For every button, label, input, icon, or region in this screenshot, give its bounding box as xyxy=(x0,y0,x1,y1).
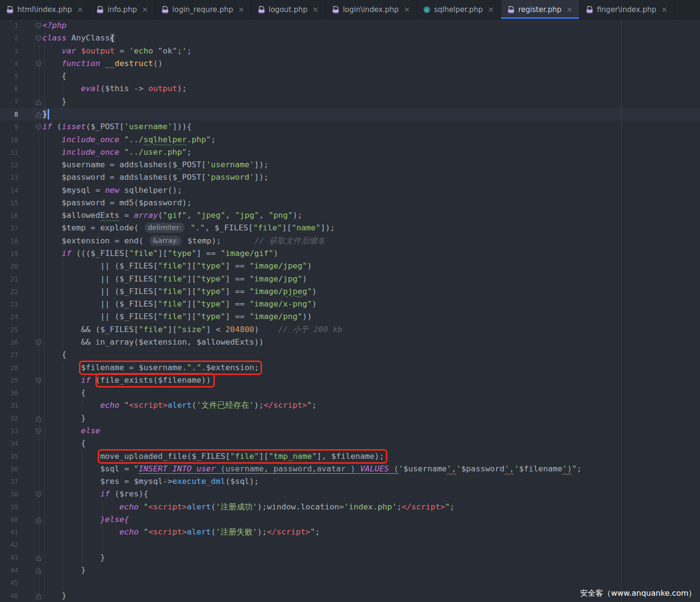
fold-collapse-icon[interactable] xyxy=(35,491,42,497)
code-text: } xyxy=(42,564,86,576)
code-line[interactable]: 33 else xyxy=(0,425,700,438)
line-number: 12 xyxy=(0,159,18,171)
fold-collapse-icon[interactable] xyxy=(35,339,42,346)
code-line[interactable]: 44 } xyxy=(0,564,700,577)
code-line[interactable]: 8} xyxy=(0,108,700,121)
code-line[interactable]: 21 || ($_FILES["file"]["type"] == "image… xyxy=(0,273,700,286)
code-line[interactable]: 10 include_once "../sqlhelper.php"; xyxy=(0,134,700,147)
fold-end-icon[interactable] xyxy=(35,592,42,599)
tab-close-icon[interactable]: × xyxy=(312,6,318,13)
tab-close-icon[interactable]: × xyxy=(77,6,83,13)
line-number: 31 xyxy=(0,399,18,412)
code-line[interactable]: 12 $username = addslashes($_POST['userna… xyxy=(0,159,700,172)
code-line[interactable]: 22 || ($_FILES["file"]["type"] == "image… xyxy=(0,285,700,298)
tab-register-php[interactable]: PHPregister.php× xyxy=(501,0,580,19)
svg-text:PHP: PHP xyxy=(508,9,514,12)
code-text: if (isset($_POST['username'])){ xyxy=(42,120,192,133)
code-line[interactable]: 19 if ((($_FILES["file"]["type"] == "ima… xyxy=(0,247,700,260)
code-line[interactable]: 39 echo "<script>alert('注册成功');window.lo… xyxy=(0,501,700,514)
line-number: 41 xyxy=(0,526,18,538)
code-line[interactable]: 5 { xyxy=(0,70,700,83)
fold-collapse-icon[interactable] xyxy=(35,22,42,29)
code-line[interactable]: 30 { xyxy=(0,387,700,400)
line-number: 7 xyxy=(0,95,18,108)
code-text: { xyxy=(42,387,86,399)
fold-end-icon[interactable] xyxy=(35,98,42,105)
tab-sqlhelper-php[interactable]: Csqlhelper.php× xyxy=(417,0,501,19)
tab-login-index-php[interactable]: PHPlogin\index.php× xyxy=(326,0,417,19)
code-line[interactable]: 17 $temp = explode( delimiter: ".", $_FI… xyxy=(0,222,700,235)
code-line[interactable]: 35 move_uploaded_file($_FILES["file"]["t… xyxy=(0,450,700,463)
tab-finger-index-php[interactable]: PHPfinger\index.php× xyxy=(580,0,674,19)
code-line[interactable]: 36 $sql = "INSERT INTO user (username, p… xyxy=(0,463,700,476)
line-number: 38 xyxy=(0,488,18,500)
code-text: $sql = "INSERT INTO user (username, pass… xyxy=(42,463,581,475)
code-line[interactable]: 24 || ($_FILES["file"]["type"] == "image… xyxy=(0,310,700,323)
code-line[interactable]: 18 $extension = end( &array: $temp); // … xyxy=(0,235,700,248)
code-line[interactable]: 14 $mysql = new sqlhelper(); xyxy=(0,184,700,197)
line-number: 16 xyxy=(0,209,18,222)
code-line[interactable]: 26 && in_array($extension, $allowedExts)… xyxy=(0,336,700,349)
line-number: 6 xyxy=(0,82,18,95)
svg-text:C: C xyxy=(425,7,429,12)
code-line[interactable]: 29 if (file_exists($filename)) xyxy=(0,374,700,387)
fold-collapse-icon[interactable] xyxy=(35,428,42,434)
code-line[interactable]: 7 } xyxy=(0,95,700,108)
code-text: && ($_FILES["file"]["size"] < 204800) //… xyxy=(42,323,343,336)
fold-collapse-icon[interactable] xyxy=(35,60,42,67)
code-line[interactable]: 32 } xyxy=(0,412,700,425)
fold-collapse-icon[interactable] xyxy=(35,123,42,130)
code-line[interactable]: 42 xyxy=(0,538,700,551)
line-number: 13 xyxy=(0,171,18,184)
svg-text:PHP: PHP xyxy=(97,9,103,12)
code-line[interactable]: 25 && ($_FILES["file"]["size"] < 204800)… xyxy=(0,323,700,336)
fold-end-icon[interactable] xyxy=(35,111,42,118)
fold-end-icon[interactable] xyxy=(35,567,42,574)
code-line[interactable]: 15 $password = md5($password); xyxy=(0,197,700,210)
line-number: 32 xyxy=(0,412,18,425)
code-line[interactable]: 13 $password = addslashes($_POST['passwo… xyxy=(0,171,700,184)
code-line[interactable]: 41 echo "<script>alert('注册失败');</script>… xyxy=(0,526,700,539)
code-line[interactable]: 40 }else{ xyxy=(0,513,700,526)
tab-close-icon[interactable]: × xyxy=(567,6,573,13)
code-text: $password = md5($password); xyxy=(42,197,192,209)
tab-info-php[interactable]: PHPinfo.php× xyxy=(90,0,155,19)
code-line[interactable]: 11 include_once "../user.php"; xyxy=(0,146,700,159)
tab-login-requre-php[interactable]: PHPlogin_requre.php× xyxy=(155,0,251,19)
code-line[interactable]: 37 $res = $mysql->execute_dml($sql); xyxy=(0,475,700,488)
code-line[interactable]: 16 $allowedExts = array("gif", "jpeg", "… xyxy=(0,209,700,222)
code-line[interactable]: 23 || ($_FILES["file"]["type"] == "image… xyxy=(0,298,700,311)
code-line[interactable]: 20 || ($_FILES["file"]["type"] == "image… xyxy=(0,260,700,273)
line-number: 34 xyxy=(0,437,18,450)
code-line[interactable]: 45 xyxy=(0,576,700,589)
code-line[interactable]: 43 } xyxy=(0,551,700,564)
svg-text:PHP: PHP xyxy=(162,9,168,12)
line-number: 44 xyxy=(0,564,18,576)
tab-logout-php[interactable]: PHPlogout.php× xyxy=(251,0,326,19)
code-line[interactable]: 3 var $output = 'echo "ok";'; xyxy=(0,45,700,58)
code-line[interactable]: 28 $filename = $username.".".$extension; xyxy=(0,361,700,375)
tab-close-icon[interactable]: × xyxy=(238,6,244,13)
code-editor[interactable]: 1<?php2class AnyClass{3 var $output = 'e… xyxy=(0,19,700,602)
code-line[interactable]: 4 function __destruct() xyxy=(0,57,700,70)
code-line[interactable]: 34 { xyxy=(0,437,700,450)
tab-close-icon[interactable]: × xyxy=(142,6,148,13)
svg-text:PHP: PHP xyxy=(333,9,338,12)
fold-collapse-icon[interactable] xyxy=(35,35,42,41)
code-line[interactable]: 27 { xyxy=(0,348,700,361)
fold-collapse-icon[interactable] xyxy=(35,377,42,384)
code-line[interactable]: 6 eval($this -> output); xyxy=(0,82,700,95)
fold-end-icon[interactable] xyxy=(35,516,42,523)
code-line[interactable]: 9if (isset($_POST['username'])){ xyxy=(0,120,700,134)
code-line[interactable]: 2class AnyClass{ xyxy=(0,32,700,45)
fold-end-icon[interactable] xyxy=(35,415,42,422)
code-line[interactable]: 38 if ($res){ xyxy=(0,488,700,501)
tab-close-icon[interactable]: × xyxy=(661,6,667,13)
code-line[interactable]: 31 echo "<script>alert('文件已经存在');</scrip… xyxy=(0,399,700,412)
tab-html-index-php[interactable]: PHPhtml\index.php× xyxy=(0,0,90,19)
tab-label: login\index.php xyxy=(343,5,399,14)
tab-close-icon[interactable]: × xyxy=(404,6,410,13)
fold-end-icon[interactable] xyxy=(35,554,42,561)
code-line[interactable]: 1<?php xyxy=(0,19,700,32)
tab-close-icon[interactable]: × xyxy=(488,6,494,13)
